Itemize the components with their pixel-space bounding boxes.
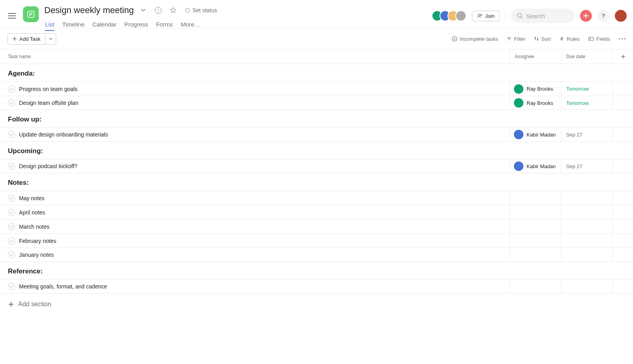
fields-button[interactable]: Fields [588,36,610,42]
tab-calendar[interactable]: Calendar [92,21,116,31]
task-row[interactable]: Meeting goals, format, and cadence [0,279,633,294]
check-icon [9,101,13,104]
filter-button[interactable]: Filter [507,36,525,42]
task-name-label: Design podcast kickoff? [19,163,78,169]
tab-more[interactable]: More… [181,21,200,31]
task-row[interactable]: May notes [0,191,633,205]
tab-progress[interactable]: Progress [124,21,148,31]
incomplete-label: Incomplete tasks [460,36,498,42]
task-name-cell[interactable]: February notes [0,237,510,245]
search-box[interactable] [511,9,574,23]
task-name-cell[interactable]: Meeting goals, format, and cadence [0,283,510,290]
complete-task-button[interactable] [8,85,15,93]
task-name-cell[interactable]: Progress on team goals [0,85,510,93]
due-date-label: Sep 27 [566,163,582,169]
assignee-cell[interactable] [510,248,561,262]
assignee-cell[interactable]: Kabir Madan [510,128,561,141]
chevron-down-icon[interactable] [138,5,149,16]
task-row[interactable]: April notes [0,205,633,219]
join-button[interactable]: Join [472,11,500,21]
complete-task-button[interactable] [8,223,15,230]
extra-cell [612,205,633,219]
assignee-cell[interactable]: Ray Brooks [510,96,561,110]
due-date-cell[interactable] [561,220,612,233]
section-title[interactable]: Upcoming: [0,142,633,159]
sort-button[interactable]: Sort [534,36,551,42]
task-row[interactable]: Update design onboarding materialsKabir … [0,127,633,142]
task-row[interactable]: Design team offsite planRay BrooksTomorr… [0,96,633,110]
task-name-label: April notes [19,209,45,216]
complete-task-button[interactable] [8,99,15,106]
task-name-cell[interactable]: March notes [0,223,510,230]
member-avatar[interactable] [455,10,466,21]
complete-task-button[interactable] [8,131,15,138]
assignee-cell[interactable] [510,234,561,248]
member-avatars[interactable] [432,10,466,21]
column-task-name[interactable]: Task name [0,54,510,59]
rules-label: Rules [567,36,580,42]
complete-task-button[interactable] [8,209,15,216]
tab-timeline[interactable]: Timeline [62,21,84,31]
info-icon[interactable] [153,5,164,16]
task-name-cell[interactable]: Design podcast kickoff? [0,163,510,170]
section-block: Upcoming:Design podcast kickoff?Kabir Ma… [0,142,633,173]
star-icon[interactable] [168,5,179,16]
global-add-button[interactable] [580,10,592,22]
due-date-cell[interactable] [561,280,612,293]
section-title[interactable]: Follow up: [0,110,633,127]
due-date-cell[interactable]: Tomorrow [561,82,612,96]
complete-task-button[interactable] [8,283,15,290]
rules-button[interactable]: Rules [559,36,580,42]
task-row[interactable]: February notes [0,233,633,248]
tab-forms[interactable]: Forms [156,21,173,31]
task-row[interactable]: March notes [0,219,633,233]
search-input[interactable] [526,13,566,19]
column-assignee[interactable]: Assignee [510,49,561,64]
column-due-date[interactable]: Due date [561,49,612,64]
task-name-cell[interactable]: January notes [0,251,510,258]
complete-task-button[interactable] [8,237,15,245]
due-date-cell[interactable] [561,234,612,248]
due-date-cell[interactable] [561,191,612,205]
complete-task-button[interactable] [8,163,15,170]
task-row[interactable]: Design podcast kickoff?Kabir MadanSep 27 [0,159,633,173]
task-row[interactable]: Progress on team goalsRay BrooksTomorrow [0,82,633,96]
assignee-cell[interactable]: Kabir Madan [510,159,561,173]
add-column-button[interactable] [612,49,633,64]
due-date-cell[interactable]: Sep 27 [561,128,612,141]
svg-point-26 [622,38,623,39]
due-date-cell[interactable]: Sep 27 [561,159,612,173]
section-title[interactable]: Notes: [0,173,633,191]
complete-task-button[interactable] [8,195,15,202]
sort-label: Sort [541,36,551,42]
task-name-cell[interactable]: Update design onboarding materials [0,131,510,138]
help-button[interactable]: ? [597,10,609,22]
more-actions-button[interactable] [619,38,626,40]
due-date-cell[interactable] [561,205,612,219]
tab-list[interactable]: List [45,21,54,31]
due-date-cell[interactable] [561,248,612,262]
task-name-cell[interactable]: May notes [0,195,510,202]
due-date-cell[interactable]: Tomorrow [561,96,612,110]
task-name-cell[interactable]: Design team offsite plan [0,99,510,106]
assignee-cell[interactable] [510,280,561,293]
add-task-button[interactable]: Add Task [8,34,45,44]
section-title[interactable]: Agenda: [0,64,633,82]
set-status-button[interactable]: Set status [185,7,217,13]
assignee-cell[interactable]: Ray Brooks [510,82,561,96]
task-name-cell[interactable]: April notes [0,209,510,216]
section-title[interactable]: Reference: [0,262,633,279]
assignee-cell[interactable] [510,220,561,233]
hamburger-menu-button[interactable] [6,10,17,21]
incomplete-tasks-filter[interactable]: Incomplete tasks [452,36,498,42]
add-task-dropdown[interactable] [45,34,56,44]
complete-task-button[interactable] [8,251,15,258]
task-row[interactable]: January notes [0,248,633,262]
project-title[interactable]: Design weekly meeting [44,5,134,15]
user-avatar[interactable] [615,10,627,22]
help-label: ? [602,13,605,19]
assignee-cell[interactable] [510,205,561,219]
top-bar: Design weekly meeting Set status ListTim… [0,0,633,28]
assignee-cell[interactable] [510,191,561,205]
add-section-button[interactable]: Add section [0,294,633,315]
